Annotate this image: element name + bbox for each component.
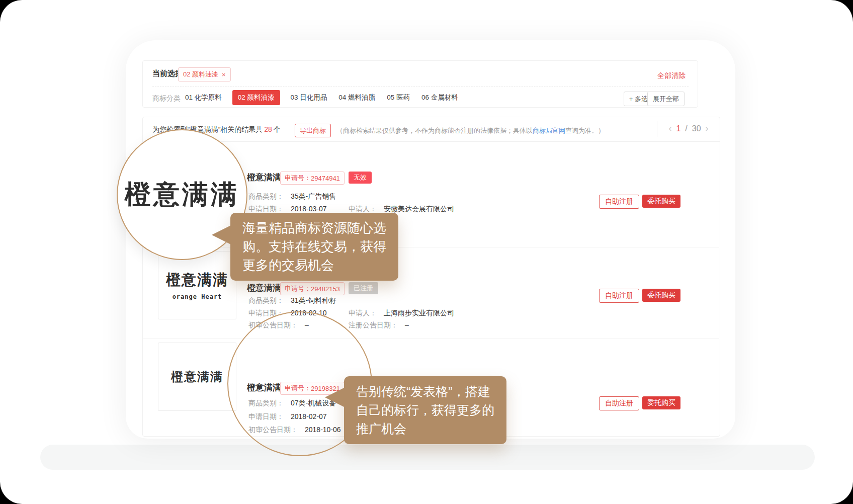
tooltip-line: 推广机会 — [356, 419, 494, 438]
chevron-right-icon[interactable]: › — [706, 123, 709, 134]
row2-status-badge: 已注册 — [349, 282, 378, 294]
tooltip-arrow — [325, 388, 344, 407]
pagination: ‹ 1 / 30 › — [661, 123, 716, 134]
row1-trademark-name[interactable]: 橙意满满 — [247, 172, 281, 183]
tooltip-line: 更多的交易机会 — [242, 256, 386, 275]
field-label: 商品类别： — [248, 192, 284, 201]
clear-all-button[interactable]: 全部清除 — [657, 71, 686, 80]
expand-all-button[interactable]: 展开全部 — [647, 92, 685, 106]
tooltip-arrow — [212, 225, 231, 244]
tooltip-line: 海量精品商标资源随心选 — [242, 219, 386, 237]
magnified-trademark-text: 橙意满满 — [125, 177, 239, 212]
category-tab-01[interactable]: 01 化学原料 — [184, 90, 223, 105]
pagination-total: 30 — [692, 124, 701, 133]
row2-application-number: 申请号：29482153 — [280, 282, 345, 295]
field-label: 注册公告日期： — [349, 321, 398, 330]
field-label: 申请人： — [349, 309, 377, 318]
row-divider — [143, 247, 719, 247]
row1-category-field: 商品类别： 35类-广告销售 — [248, 192, 336, 201]
app-no-label: 申请号： — [285, 174, 311, 183]
row3-entrust-buy-button[interactable]: 委托购买 — [642, 396, 680, 409]
tooltip-marketplace: 海量精品商标资源随心选 购。支持在线交易，获得 更多的交易机会 — [230, 213, 398, 281]
row2-self-register-button[interactable]: 自助注册 — [599, 289, 639, 303]
field-value: 35类-广告销售 — [291, 192, 336, 201]
tooltip-line: 告别传统“发表格”，搭建 — [356, 382, 494, 401]
tooltip-line: 自己的标行，获得更多的 — [356, 401, 494, 419]
app-no-value: 29482153 — [311, 285, 340, 293]
export-trademark-button[interactable]: 导出商标 — [295, 124, 331, 137]
trademark-office-link[interactable]: 商标局官网 — [533, 127, 565, 134]
divider — [657, 121, 657, 137]
field-label: 商品类别： — [248, 296, 284, 305]
row1-status-badge: 无效 — [349, 172, 372, 184]
category-tab-06[interactable]: 06 金属材料 — [420, 90, 459, 105]
disclaimer-text: （商标检索结果仅供参考，不作为商标能否注册的法律依据；具体以商标局官网查询为准。… — [336, 126, 605, 135]
category-tabs: 01 化学原料 02 颜料油漆 03 日化用品 04 燃料油脂 05 医药 06… — [184, 90, 459, 105]
filter-card: 当前选择 02 颜料油漆 × 全部清除 商标分类 01 化学原料 02 颜料油漆… — [142, 60, 698, 108]
disclaimer-suffix: 查询为准。） — [565, 127, 605, 134]
trademark-cn-text: 橙意满满 — [166, 270, 228, 290]
laptop-base — [40, 445, 815, 470]
category-tab-03[interactable]: 03 日化用品 — [290, 90, 328, 105]
field-value: 上海雨步实业有限公司 — [384, 309, 454, 318]
divider — [152, 87, 689, 87]
close-icon[interactable]: × — [222, 71, 226, 78]
pagination-separator: / — [685, 124, 687, 133]
row2-trademark-name[interactable]: 橙意满满 — [247, 282, 281, 294]
tooltip-promotion: 告别传统“发表格”，搭建 自己的标行，获得更多的 推广机会 — [344, 376, 506, 444]
category-label: 商标分类 — [152, 94, 181, 103]
category-tab-04[interactable]: 04 燃料油脂 — [337, 90, 376, 105]
trademark-en-text: orange Heart — [173, 293, 222, 300]
pagination-current: 1 — [676, 124, 680, 133]
row3-self-register-button[interactable]: 自助注册 — [599, 396, 639, 410]
row1-entrust-buy-button[interactable]: 委托购买 — [642, 195, 680, 208]
row1-self-register-button[interactable]: 自助注册 — [599, 195, 639, 209]
app-no-value: 29474941 — [311, 175, 340, 182]
chevron-left-icon[interactable]: ‹ — [668, 123, 671, 134]
selected-filter-tag[interactable]: 02 颜料油漆 × — [178, 67, 231, 81]
row2-reg-pub-field: 注册公告日期： – — [349, 321, 409, 330]
app-no-label: 申请号： — [285, 284, 311, 293]
tooltip-line: 购。支持在线交易，获得 — [242, 237, 386, 256]
row2-category-field: 商品类别： 31类-饲料种籽 — [248, 296, 336, 305]
row-divider — [143, 339, 719, 339]
row1-application-number: 申请号：29474941 — [280, 172, 345, 185]
row2-entrust-buy-button[interactable]: 委托购买 — [642, 289, 680, 302]
row2-trademark-image[interactable]: 橙意满满 orange Heart — [158, 251, 236, 319]
row3-trademark-image[interactable]: 橙意满满 — [158, 343, 236, 411]
category-tab-05[interactable]: 05 医药 — [386, 90, 411, 105]
results-header: 为您检索到“橙意满满”相关的结果共28个 导出商标 （商标检索结果仅供参考，不作… — [143, 117, 720, 142]
field-value: 31类-饲料种籽 — [291, 296, 336, 305]
field-value: – — [405, 321, 409, 330]
row2-applicant-field: 申请人： 上海雨步实业有限公司 — [349, 309, 454, 318]
trademark-cn-text: 橙意满满 — [171, 369, 223, 385]
summary-unit: 个 — [274, 125, 281, 133]
summary-count: 28 — [264, 125, 272, 133]
disclaimer-prefix: （商标检索结果仅供参考，不作为商标能否注册的法律依据；具体以 — [336, 127, 533, 134]
category-tab-02-selected[interactable]: 02 颜料油漆 — [232, 90, 280, 105]
selected-filter-tag-label: 02 颜料油漆 — [183, 70, 218, 79]
page-stage: 当前选择 02 颜料油漆 × 全部清除 商标分类 01 化学原料 02 颜料油漆… — [0, 0, 853, 504]
